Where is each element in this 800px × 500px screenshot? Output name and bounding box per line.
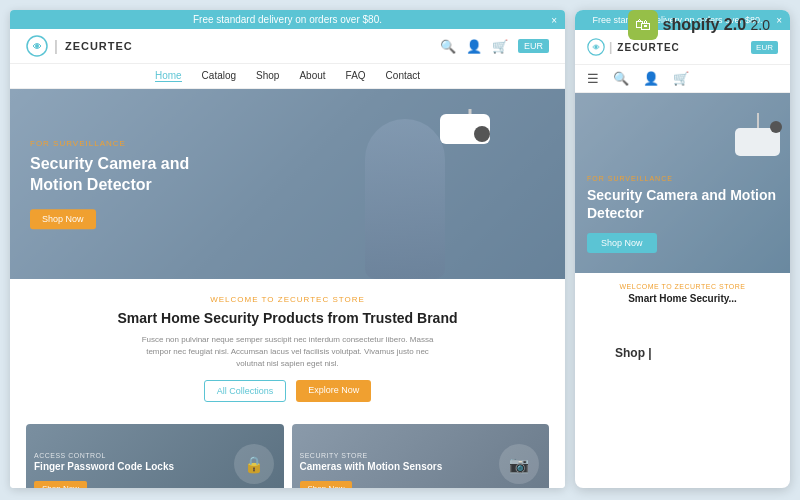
- all-collections-button[interactable]: All Collections: [204, 380, 287, 402]
- nav-item-catalog[interactable]: Catalog: [202, 70, 236, 82]
- welcome-buttons: All Collections Explore Now: [30, 380, 545, 402]
- nav-item-faq[interactable]: FAQ: [346, 70, 366, 82]
- hero-label: FOR SURVEILLANCE: [30, 139, 190, 148]
- mobile-user-icon[interactable]: 👤: [643, 71, 659, 86]
- card-btn-2[interactable]: Shop Now: [300, 481, 353, 488]
- mobile-camera-mount: [757, 113, 759, 128]
- welcome-sub-label: WELCOME TO ZECURTEC STORE: [30, 295, 545, 304]
- mobile-logo-text: ZECURTEC: [617, 42, 679, 53]
- site-header: | ZECURTEC 🔍 👤 🛒 EUR: [10, 29, 565, 64]
- mobile-announcement-close[interactable]: ×: [776, 15, 782, 26]
- card-title-2: Cameras with Motion Sensors: [300, 461, 542, 472]
- announcement-bar: Free standard delivery on orders over $8…: [10, 10, 565, 29]
- shopify-badge: 🛍 shopify 2.0 2.0: [628, 10, 771, 40]
- mobile-welcome-section: WELCOME TO ZECURTEC STORE Smart Home Sec…: [575, 273, 790, 312]
- product-card-locks: 🔒 ACCESS CONTROL Finger Password Code Lo…: [26, 424, 284, 488]
- mobile-search-icon[interactable]: 🔍: [613, 71, 629, 86]
- hero-section: FOR SURVEILLANCE Security Camera and Mot…: [10, 89, 565, 279]
- mobile-hero: FOR SURVEILLANCE Security Camera and Mot…: [575, 93, 790, 273]
- mobile-camera: [735, 113, 780, 156]
- camera-body: [440, 114, 490, 144]
- welcome-body: Fusce non pulvinar neque semper suscipit…: [138, 334, 438, 370]
- hero-title: Security Camera and Motion Detector: [30, 154, 190, 196]
- welcome-section: WELCOME TO ZECURTEC STORE Smart Home Sec…: [10, 279, 565, 414]
- cart-icon[interactable]: 🛒: [492, 39, 508, 54]
- mobile-logo: | ZECURTEC: [587, 38, 680, 56]
- mobile-hero-cta-button[interactable]: Shop Now: [587, 233, 657, 253]
- mobile-nav: ☰ 🔍 👤 🛒: [575, 65, 790, 93]
- product-card-cameras: 📷 SECURITY STORE Cameras with Motion Sen…: [292, 424, 550, 488]
- announcement-text: Free standard delivery on orders over $8…: [193, 14, 382, 25]
- hero-person-silhouette: [365, 119, 445, 279]
- nav-item-about[interactable]: About: [299, 70, 325, 82]
- mobile-camera-lens: [770, 121, 782, 133]
- welcome-title: Smart Home Security Products from Truste…: [30, 310, 545, 326]
- nav-item-shop[interactable]: Shop: [256, 70, 279, 82]
- nav-item-home[interactable]: Home: [155, 70, 182, 82]
- card-btn-1[interactable]: Shop Now: [34, 481, 87, 488]
- logo-divider: |: [54, 38, 59, 54]
- site-nav: Home Catalog Shop About FAQ Contact: [10, 64, 565, 89]
- mobile-hero-content: FOR SURVEILLANCE Security Camera and Mot…: [587, 175, 790, 253]
- card-content-2: SECURITY STORE Cameras with Motion Senso…: [292, 446, 550, 488]
- logo-area: | ZECURTEC: [26, 35, 133, 57]
- shopify-logo-icon: 🛍: [628, 10, 658, 40]
- logo-text: ZECURTEC: [65, 40, 133, 52]
- mobile-currency-selector[interactable]: EUR: [751, 41, 778, 54]
- mobile-camera-body: [735, 128, 780, 156]
- card-title-1: Finger Password Code Locks: [34, 461, 276, 472]
- product-cards: 🔒 ACCESS CONTROL Finger Password Code Lo…: [10, 414, 565, 488]
- card-label-1: ACCESS CONTROL: [34, 452, 276, 459]
- desktop-preview: Free standard delivery on orders over $8…: [10, 10, 565, 488]
- announcement-close[interactable]: ×: [551, 14, 557, 25]
- header-icons: 🔍 👤 🛒 EUR: [440, 39, 549, 54]
- mobile-preview: Free standard delivery on orders over $8…: [575, 10, 790, 488]
- search-icon[interactable]: 🔍: [440, 39, 456, 54]
- mobile-hero-title: Security Camera and Motion Detector: [587, 186, 790, 222]
- svg-point-1: [35, 44, 39, 48]
- mobile-header-icons: EUR: [751, 41, 778, 54]
- shop-pipe-text: Shop |: [615, 346, 652, 360]
- mobile-welcome-title: Smart Home Security...: [587, 293, 778, 304]
- mobile-menu-icon[interactable]: ☰: [587, 71, 599, 86]
- mobile-hero-label: FOR SURVEILLANCE: [587, 175, 790, 182]
- card-label-2: SECURITY STORE: [300, 452, 542, 459]
- mobile-logo-icon: [587, 38, 605, 56]
- shopify-label: shopify 2.0 2.0: [663, 16, 771, 34]
- svg-point-3: [594, 45, 597, 48]
- user-icon[interactable]: 👤: [466, 39, 482, 54]
- hero-content: FOR SURVEILLANCE Security Camera and Mot…: [30, 139, 190, 229]
- camera-lens: [474, 126, 490, 142]
- nav-item-contact[interactable]: Contact: [386, 70, 420, 82]
- mobile-welcome-label: WELCOME TO ZECURTEC STORE: [587, 283, 778, 290]
- mobile-cart-icon[interactable]: 🛒: [673, 71, 689, 86]
- logo-icon: [26, 35, 48, 57]
- card-content-1: ACCESS CONTROL Finger Password Code Lock…: [26, 446, 284, 488]
- currency-selector[interactable]: EUR: [518, 39, 549, 53]
- explore-now-button[interactable]: Explore Now: [296, 380, 371, 402]
- hero-cta-button[interactable]: Shop Now: [30, 209, 96, 229]
- hero-camera: [435, 109, 505, 159]
